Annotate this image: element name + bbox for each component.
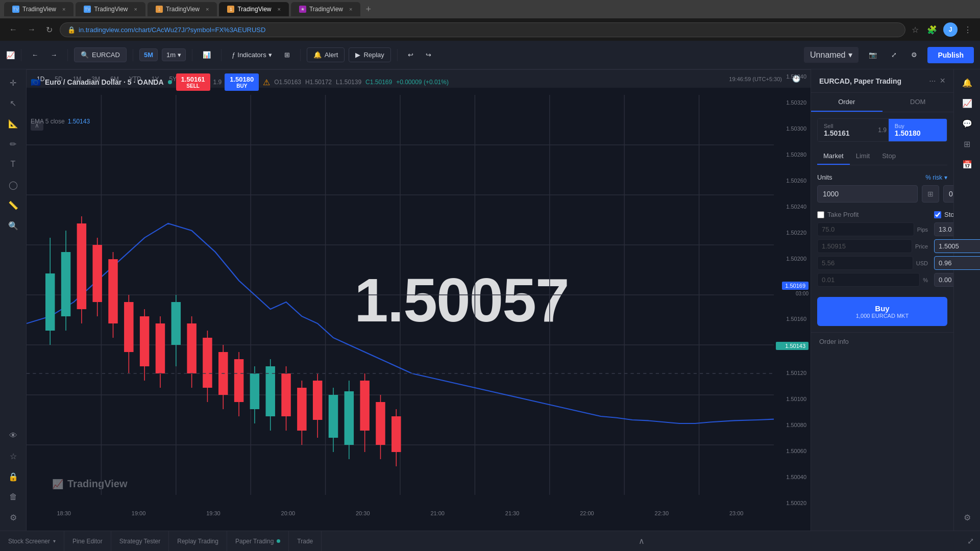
replay-button[interactable]: ▶ Replay — [349, 47, 390, 62]
tab-close-5[interactable]: × — [349, 6, 352, 12]
undo-button[interactable]: ← — [28, 48, 42, 62]
extensions-button[interactable]: 🧩 — [925, 23, 939, 37]
sidebar-star-icon[interactable]: ☆ — [4, 447, 22, 465]
buy-side[interactable]: Buy 1.50180 — [889, 119, 947, 141]
replay-label: Replay — [363, 51, 384, 59]
tab-close-1[interactable]: × — [62, 6, 65, 12]
browser-tab-4[interactable]: 1 TradingView × — [219, 2, 288, 16]
browser-tab-2[interactable]: TV TradingView × — [76, 2, 145, 16]
dom-tab[interactable]: DOM — [883, 93, 954, 112]
paper-trading-tab[interactable]: Paper Trading — [227, 531, 289, 552]
sidebar-text-icon[interactable]: T — [4, 155, 22, 173]
time-19-00: 19:00 — [132, 510, 146, 516]
time-21-30: 21:30 — [505, 510, 520, 516]
calculator-button[interactable]: ⊞ — [922, 185, 939, 203]
timeframe-dropdown[interactable]: 1m ▾ — [162, 48, 186, 61]
bookmark-button[interactable]: ☆ — [910, 23, 921, 37]
new-tab-button[interactable]: + — [362, 4, 374, 15]
address-text: in.tradingview.com/chart/CAcWu27J/?symbo… — [79, 26, 265, 34]
sidebar-cursor-icon[interactable]: ↖ — [4, 94, 22, 112]
symbol-search[interactable]: 🔍 EURCAD — [74, 47, 127, 62]
sidebar-measurement-icon[interactable]: 📏 — [4, 196, 22, 214]
stock-screener-tab[interactable]: Stock Screener ▾ — [0, 531, 64, 552]
tp-header: Take Profit — [817, 211, 928, 218]
fullscreen-button[interactable]: ⤢ — [887, 48, 901, 62]
buy-execute-label: Buy — [875, 304, 889, 313]
status-bar: Stock Screener ▾ Pine Editor Strategy Te… — [0, 531, 980, 551]
sell-chart-button[interactable]: 1.50161 SELL — [176, 73, 210, 91]
rs-data-icon[interactable]: ⊞ — [958, 135, 976, 153]
sl-usd-input[interactable] — [934, 256, 980, 270]
stop-tab[interactable]: Stop — [876, 148, 902, 165]
market-tab[interactable]: Market — [817, 148, 850, 165]
timeframe-5m-button[interactable]: 5M — [139, 48, 158, 61]
panel-menu-button[interactable]: ··· — [929, 77, 936, 86]
address-bar[interactable]: 🔒 in.tradingview.com/chart/CAcWu27J/?sym… — [60, 22, 905, 37]
indicators-label: Indicators — [237, 51, 266, 59]
menu-button[interactable]: ⋮ — [962, 23, 974, 37]
take-profit-checkbox[interactable] — [817, 211, 824, 218]
trade-tab[interactable]: Trade — [289, 531, 322, 552]
tab-close-3[interactable]: × — [206, 6, 209, 12]
buy-execute-button[interactable]: Buy 1,000 EURCAD MKT — [817, 297, 947, 326]
sidebar-eye-icon[interactable]: 👁 — [4, 427, 22, 445]
publish-button[interactable]: Publish — [927, 47, 974, 63]
browser-tab-1[interactable]: TV TradingView × — [4, 2, 74, 16]
rs-alerts-icon[interactable]: 🔔 — [958, 73, 976, 92]
strategy-tester-tab[interactable]: Strategy Tester — [111, 531, 169, 552]
browser-tab-5[interactable]: ★ TradingView × — [291, 2, 360, 16]
chart-type-button[interactable]: 📊 — [199, 48, 215, 62]
rs-settings-icon[interactable]: ⚙ — [958, 508, 976, 527]
units-section: Units % risk ▾ ⊞ — [811, 169, 953, 207]
forward-button[interactable]: → — [24, 23, 39, 36]
unnamed-dropdown[interactable]: Unnamed ▾ — [804, 47, 859, 63]
tab-close-2[interactable]: × — [134, 6, 137, 12]
maximize-status-button[interactable]: ⤢ — [961, 536, 980, 546]
chart-area[interactable]: 🇪🇺 Euro / Canadian Dollar · 5 · OANDA 1.… — [27, 69, 811, 531]
units-row: Units % risk ▾ — [817, 173, 947, 181]
panel-close-button[interactable]: × — [940, 76, 945, 86]
browser-tab-3[interactable]: 1 TradingView × — [148, 2, 217, 16]
sidebar-shape-icon[interactable]: ◯ — [4, 176, 22, 194]
order-tab[interactable]: Order — [811, 93, 883, 112]
back-button[interactable]: ← — [6, 23, 20, 36]
sl-price-input[interactable] — [934, 239, 980, 253]
sidebar-draw-icon[interactable]: 📐 — [4, 114, 22, 133]
sidebar-pen-icon[interactable]: ✏ — [4, 135, 22, 153]
sidebar-crosshair-icon[interactable]: ✛ — [4, 73, 22, 92]
templates-button[interactable]: ⊞ — [280, 48, 294, 62]
sidebar-lock-icon[interactable]: 🔒 — [4, 467, 22, 486]
pine-editor-tab[interactable]: Pine Editor — [64, 531, 111, 552]
settings-button[interactable]: ⚙ — [907, 48, 921, 62]
sell-side[interactable]: Sell 1.50161 — [818, 119, 876, 141]
undo2-button[interactable]: ↩ — [404, 48, 418, 62]
profile-button[interactable]: J — [943, 22, 958, 37]
browser-tabs: TV TradingView × TV TradingView × 1 Trad… — [0, 0, 980, 18]
rs-calendar2-icon[interactable]: 📅 — [958, 155, 976, 173]
svg-rect-61 — [391, 416, 401, 452]
sidebar-trash-icon[interactable]: 🗑 — [4, 488, 22, 506]
sidebar-settings-icon[interactable]: ⚙ — [4, 508, 22, 527]
search-icon: 🔍 — [81, 51, 89, 59]
redo2-button[interactable]: ↪ — [422, 48, 435, 62]
refresh-button[interactable]: ↻ — [43, 23, 56, 37]
limit-tab[interactable]: Limit — [850, 148, 876, 165]
price-tick-9: 1.50160 — [776, 316, 808, 322]
replay-trading-tab[interactable]: Replay Trading — [169, 531, 227, 552]
snapshot-button[interactable]: 📷 — [865, 48, 881, 62]
risk-toggle-button[interactable]: % risk ▾ — [925, 174, 947, 181]
buy-chart-button[interactable]: 1.50180 BUY — [225, 73, 259, 91]
browser-nav: ← → ↻ 🔒 in.tradingview.com/chart/CAcWu27… — [0, 18, 980, 41]
rs-chat-icon[interactable]: 💬 — [958, 114, 976, 133]
collapse-status-button[interactable]: ∧ — [632, 536, 651, 546]
sidebar-zoom-icon[interactable]: 🔍 — [4, 216, 22, 235]
risk-chevron-icon: ▾ — [944, 174, 947, 181]
tab-close-4[interactable]: × — [278, 6, 281, 12]
redo-button[interactable]: → — [46, 48, 61, 62]
indicators-button[interactable]: ƒ Indicators ▾ — [228, 48, 276, 62]
units-input[interactable] — [817, 185, 918, 203]
stop-loss-checkbox[interactable] — [934, 211, 941, 218]
rs-trades-icon[interactable]: 📈 — [958, 94, 976, 112]
sl-price-row: ▲ ▼ Price — [934, 239, 980, 253]
alert-button[interactable]: 🔔 Alert — [307, 47, 345, 62]
